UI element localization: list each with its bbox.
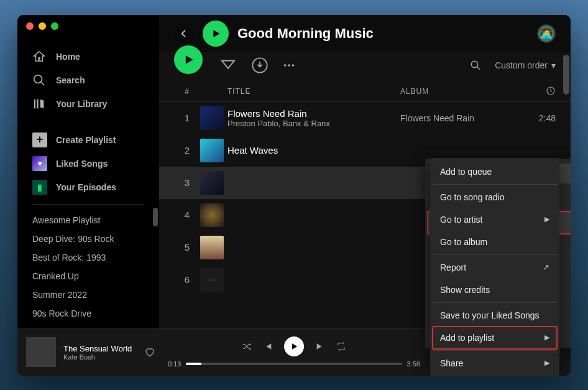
track-number: 1: [174, 113, 200, 123]
svg-point-0: [34, 75, 42, 83]
svg-point-6: [288, 64, 290, 67]
col-title: TITLE: [227, 87, 400, 96]
now-playing-title[interactable]: The Sensual World: [63, 344, 132, 353]
ctx-label: Add to playlist: [440, 333, 494, 343]
chevron-left-icon: [179, 29, 189, 39]
minimize-window-button[interactable]: [39, 22, 46, 30]
svg-line-1: [41, 81, 45, 85]
bookmark-icon: ▮: [32, 180, 47, 195]
like-icon[interactable]: [219, 56, 237, 75]
playlist-item[interactable]: 90s Rock Drive: [22, 304, 154, 323]
next-icon[interactable]: [315, 341, 325, 351]
ctx-go-to-artist[interactable]: Go to artist ▶: [433, 208, 557, 231]
play-icon: [290, 342, 298, 351]
ctx-label: Share: [440, 358, 463, 368]
track-artwork: ♫♫: [200, 268, 224, 292]
playlist-item[interactable]: Deep Dive: 90s Rock: [22, 230, 154, 248]
library-icon: [32, 97, 46, 111]
user-avatar[interactable]: 🧑‍💻: [537, 24, 556, 43]
now-playing: The Sensual World Kate Bush: [26, 337, 168, 367]
download-icon[interactable]: [251, 57, 269, 74]
track-artwork: [200, 236, 224, 259]
create-playlist-button[interactable]: + Create Playlist: [22, 128, 154, 152]
track-artwork: [200, 106, 224, 130]
maximize-window-button[interactable]: [51, 22, 58, 30]
sidebar-nav-library[interactable]: Your Library: [22, 92, 154, 116]
track-artwork: [200, 203, 224, 227]
close-window-button[interactable]: [26, 22, 34, 30]
search-icon: [32, 73, 46, 87]
repeat-icon[interactable]: [336, 341, 346, 351]
playlist-item[interactable]: Cranked Up: [22, 267, 154, 286]
ctx-save-liked[interactable]: Save to your Liked Songs: [433, 304, 557, 327]
traffic-lights: [26, 22, 58, 30]
chevron-right-icon: ▶: [544, 359, 549, 367]
back-button[interactable]: [174, 24, 194, 44]
progress-bar[interactable]: [186, 363, 402, 365]
sidebar-scrollbar[interactable]: [153, 208, 158, 226]
app-window: Home Search Your Library + Create Playli…: [17, 15, 571, 376]
clock-icon: [546, 86, 556, 96]
playlist-item[interactable]: Best of Rock: 1993: [22, 248, 154, 267]
track-number: 4: [174, 210, 200, 220]
playlist-item[interactable]: Summer 2022: [22, 286, 154, 304]
track-number: 3: [174, 177, 200, 188]
play-pause-button[interactable]: [284, 337, 304, 356]
search-in-playlist-icon[interactable]: [470, 60, 481, 71]
sort-order-button[interactable]: Custom order ▾: [495, 60, 556, 70]
track-context-menu: Add to queue Go to song radio Go to arti…: [430, 158, 559, 376]
sidebar: Home Search Your Library + Create Playli…: [17, 15, 159, 376]
sidebar-nav-home[interactable]: Home: [22, 45, 154, 68]
col-album: ALBUM: [400, 87, 518, 96]
main-scrollbar[interactable]: [563, 55, 569, 95]
sort-label: Custom order: [495, 60, 548, 70]
now-playing-artist[interactable]: Kate Bush: [63, 353, 132, 361]
lib-label: Your Episodes: [56, 182, 116, 192]
col-number: #: [174, 87, 200, 96]
ctx-label: Go to artist: [440, 215, 482, 225]
playlist-item[interactable]: Awesome Playlist: [22, 211, 154, 230]
main-view: Good Morning Music 🧑‍💻 Custom order ▾ # …: [159, 15, 571, 376]
sidebar-nav-label: Your Library: [56, 99, 107, 109]
player-controls: 0:13 3:58: [168, 337, 420, 368]
ctx-go-to-album[interactable]: Go to album: [433, 231, 557, 253]
previous-icon[interactable]: [263, 341, 273, 351]
now-playing-artwork[interactable]: [26, 337, 56, 367]
your-episodes-button[interactable]: ▮ Your Episodes: [22, 175, 154, 199]
track-artwork: [200, 171, 224, 195]
svg-rect-2: [34, 99, 35, 108]
shuffle-icon[interactable]: [242, 341, 252, 351]
ctx-label: Report: [440, 262, 466, 272]
chevron-down-icon: ▾: [551, 60, 556, 70]
ctx-add-to-playlist[interactable]: Add to playlist ▶: [433, 327, 557, 349]
ctx-add-to-queue[interactable]: Add to queue: [433, 160, 557, 183]
svg-point-7: [292, 64, 295, 67]
svg-point-8: [471, 61, 478, 68]
play-icon: [182, 53, 195, 66]
track-number: 6: [174, 274, 200, 285]
chevron-right-icon: ▶: [544, 215, 549, 223]
external-link-icon: ↗: [543, 262, 549, 272]
ctx-show-credits[interactable]: Show credits: [433, 279, 557, 301]
ctx-report[interactable]: Report ↗: [433, 256, 557, 279]
ctx-share[interactable]: Share ▶: [433, 352, 557, 374]
liked-songs-button[interactable]: ♥ Liked Songs: [22, 152, 154, 175]
ctx-song-radio[interactable]: Go to song radio: [433, 186, 557, 208]
sidebar-nav-label: Search: [56, 75, 85, 85]
svg-line-9: [477, 67, 480, 70]
track-artist: Preston Pablo, Banx & Ranx: [227, 119, 400, 128]
more-icon[interactable]: [282, 58, 296, 72]
page-title: Good Morning Music: [237, 26, 528, 42]
plus-icon: +: [32, 132, 47, 147]
track-number: 2: [174, 145, 200, 156]
header-play-button[interactable]: [203, 21, 229, 47]
sidebar-nav-label: Home: [56, 52, 80, 62]
heart-icon[interactable]: [144, 346, 155, 358]
track-album: Flowers Need Rain: [400, 113, 518, 123]
track-row[interactable]: 1 Flowers Need Rain Preston Pablo, Banx …: [159, 102, 571, 134]
sidebar-nav-search[interactable]: Search: [22, 68, 154, 92]
svg-point-5: [284, 64, 287, 67]
track-duration: 2:48: [518, 113, 556, 123]
topbar: Good Morning Music 🧑‍💻: [159, 15, 571, 52]
play-all-button[interactable]: [174, 45, 203, 74]
